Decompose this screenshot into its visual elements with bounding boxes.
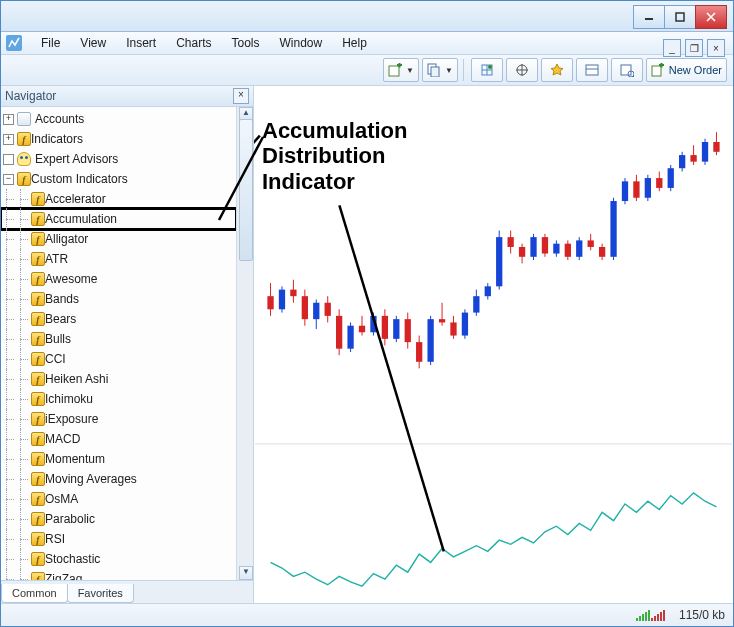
navigator-button[interactable] <box>541 58 573 82</box>
indicator-icon: f <box>31 532 45 546</box>
svg-rect-78 <box>599 247 605 257</box>
svg-rect-64 <box>519 247 525 257</box>
tree-item-bears[interactable]: fBears <box>1 309 236 329</box>
menu-help[interactable]: Help <box>332 32 377 54</box>
tree-item-label: Bears <box>45 312 76 326</box>
toolbar: ▼ ▼ New Order <box>1 55 733 86</box>
svg-rect-18 <box>652 66 661 76</box>
app-logo-icon <box>5 34 23 52</box>
scroll-down-button[interactable]: ▼ <box>239 566 253 580</box>
tree-item-rsi[interactable]: fRSI <box>1 529 236 549</box>
menubar: File View Insert Charts Tools Window Hel… <box>1 32 733 55</box>
menu-tools[interactable]: Tools <box>222 32 270 54</box>
body-area: Navigator × +Accounts+fIndicatorsExpert … <box>1 86 733 603</box>
svg-rect-7 <box>431 67 439 77</box>
dropdown-caret-icon: ▼ <box>445 66 453 75</box>
tree-item-zigzag[interactable]: fZigZag <box>1 569 236 580</box>
navigator-tree[interactable]: +Accounts+fIndicatorsExpert Advisors−fCu… <box>1 107 236 580</box>
tree-item-parabolic[interactable]: fParabolic <box>1 509 236 529</box>
tree-item-ichimoku[interactable]: fIchimoku <box>1 389 236 409</box>
indicator-icon: f <box>31 512 45 526</box>
menu-window[interactable]: Window <box>270 32 333 54</box>
navigator-titlebar: Navigator × <box>1 86 253 107</box>
scroll-thumb[interactable] <box>239 119 253 261</box>
tree-item-bulls[interactable]: fBulls <box>1 329 236 349</box>
tree-item-momentum[interactable]: fMomentum <box>1 449 236 469</box>
svg-rect-44 <box>405 319 411 342</box>
menu-file[interactable]: File <box>31 32 70 54</box>
tree-item-iexposure[interactable]: fiExposure <box>1 409 236 429</box>
svg-rect-56 <box>473 296 479 312</box>
tree-item-bands[interactable]: fBands <box>1 289 236 309</box>
svg-rect-76 <box>588 240 594 247</box>
mdi-close-button[interactable]: × <box>707 39 725 57</box>
tree-item-macd[interactable]: fMACD <box>1 429 236 449</box>
close-button[interactable] <box>695 5 727 29</box>
new-chart-button[interactable]: ▼ <box>383 58 419 82</box>
tree-item-osma[interactable]: fOsMA <box>1 489 236 509</box>
svg-point-9 <box>488 65 492 69</box>
new-order-button[interactable]: New Order <box>646 58 727 82</box>
status-traffic: 115/0 kb <box>679 608 725 622</box>
tree-indicators[interactable]: +fIndicators <box>1 129 236 149</box>
svg-rect-36 <box>359 326 365 333</box>
tree-item-alligator[interactable]: fAlligator <box>1 229 236 249</box>
maximize-button[interactable] <box>664 5 696 29</box>
mdi-restore-button[interactable]: ❐ <box>685 39 703 57</box>
indicator-icon: f <box>31 432 45 446</box>
indicator-icon: f <box>31 412 45 426</box>
vertical-scrollbar[interactable]: ▲ ▼ <box>236 107 253 580</box>
tree-item-moving-averages[interactable]: fMoving Averages <box>1 469 236 489</box>
annotation-line2: Distribution <box>262 143 407 168</box>
expand-icon[interactable]: + <box>3 134 14 145</box>
svg-rect-15 <box>621 65 631 75</box>
menu-insert[interactable]: Insert <box>116 32 166 54</box>
tree-item-accelerator[interactable]: fAccelerator <box>1 189 236 209</box>
market-watch-button[interactable] <box>471 58 503 82</box>
indicator-icon: f <box>31 192 45 206</box>
tree-expert-advisors[interactable]: Expert Advisors <box>1 149 236 169</box>
collapse-icon[interactable]: − <box>3 174 14 185</box>
collapse-icon[interactable] <box>3 154 14 165</box>
svg-rect-26 <box>302 296 308 319</box>
annotation-line1: Accumulation <box>262 118 407 143</box>
tree-item-label: Custom Indicators <box>31 172 128 186</box>
svg-rect-30 <box>325 303 331 316</box>
menu-charts[interactable]: Charts <box>166 32 221 54</box>
indicator-icon: f <box>31 312 45 326</box>
tree-item-awesome[interactable]: fAwesome <box>1 269 236 289</box>
tree-item-heiken-ashi[interactable]: fHeiken Ashi <box>1 369 236 389</box>
menu-view[interactable]: View <box>70 32 116 54</box>
tree-item-cci[interactable]: fCCI <box>1 349 236 369</box>
indicator-icon: f <box>17 132 31 146</box>
tree-item-label: CCI <box>45 352 66 366</box>
chart-area[interactable]: Accumulation Distribution Indicator <box>254 86 733 603</box>
terminal-button[interactable] <box>576 58 608 82</box>
navigator-close-button[interactable]: × <box>233 88 249 104</box>
indicator-icon: f <box>31 472 45 486</box>
tree-accounts[interactable]: +Accounts <box>1 109 236 129</box>
tree-item-label: Indicators <box>31 132 83 146</box>
main-window: _ ❐ × File View Insert Charts Tools Wind… <box>0 0 734 627</box>
expand-icon[interactable]: + <box>3 114 14 125</box>
tree-item-accumulation[interactable]: fAccumulation <box>1 209 236 229</box>
tree-item-label: Alligator <box>45 232 88 246</box>
svg-rect-74 <box>576 240 582 256</box>
annotation-label: Accumulation Distribution Indicator <box>262 118 407 194</box>
mdi-minimize-button[interactable]: _ <box>663 39 681 57</box>
tab-common[interactable]: Common <box>1 584 68 603</box>
minimize-button[interactable] <box>633 5 665 29</box>
tree-item-atr[interactable]: fATR <box>1 249 236 269</box>
data-window-button[interactable] <box>506 58 538 82</box>
strategy-tester-button[interactable] <box>611 58 643 82</box>
tree-item-label: Expert Advisors <box>35 152 118 166</box>
tree-item-label: Awesome <box>45 272 97 286</box>
toolbar-separator <box>463 59 466 81</box>
tree-item-stochastic[interactable]: fStochastic <box>1 549 236 569</box>
tree-item-label: Parabolic <box>45 512 95 526</box>
profiles-button[interactable]: ▼ <box>422 58 458 82</box>
svg-rect-98 <box>713 142 719 152</box>
navigator-tabs: Common Favorites <box>1 580 253 603</box>
tab-favorites[interactable]: Favorites <box>67 584 134 603</box>
tree-custom-indicators[interactable]: −fCustom Indicators <box>1 169 236 189</box>
